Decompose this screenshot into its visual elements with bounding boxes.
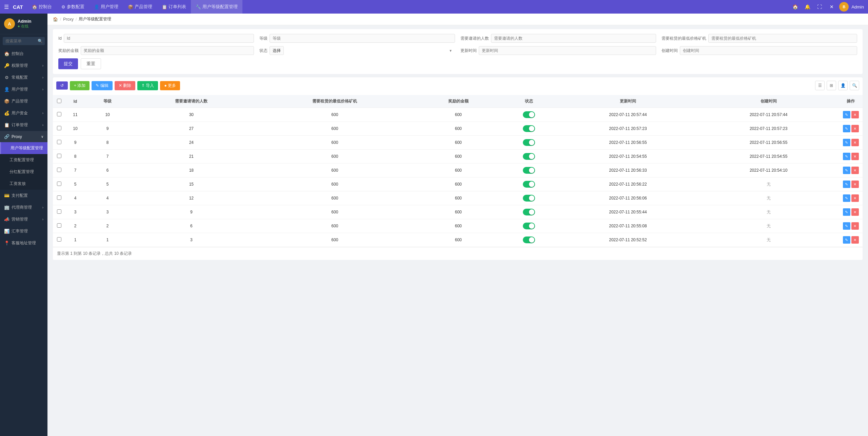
nav-item-products[interactable]: 📦 产品管理 [123, 0, 157, 14]
edit-row-button[interactable]: ✎ [843, 194, 850, 202]
table-view-grid-icon[interactable]: ⊞ [827, 81, 836, 90]
add-button[interactable]: + 添加 [70, 81, 90, 90]
filter-id-input[interactable] [64, 34, 254, 43]
nav-item-params[interactable]: ⚙ 参数配置 [57, 0, 89, 14]
column-settings-icon[interactable]: 👤 [838, 81, 848, 90]
status-toggle[interactable] [523, 209, 535, 215]
delete-row-button[interactable]: ✕ [851, 181, 859, 188]
status-toggle[interactable] [523, 125, 535, 132]
status-toggle[interactable] [523, 139, 535, 146]
delete-row-button[interactable]: ✕ [851, 111, 859, 118]
sidebar-item-payment-config[interactable]: 💳 支付配置 [0, 190, 47, 202]
sidebar-item-wage-pay[interactable]: 工资发放 [0, 178, 47, 190]
filter-create-input[interactable] [680, 46, 857, 55]
table-search-icon[interactable]: 🔍 [850, 81, 859, 90]
filter-reward-input[interactable] [81, 46, 254, 55]
delete-row-button[interactable]: ✕ [851, 153, 859, 160]
nav-item-dashboard[interactable]: 🏠 控制台 [27, 0, 57, 14]
sidebar-item-bank[interactable]: 📊 汇率管理 [0, 225, 47, 237]
edit-row-button[interactable]: ✎ [843, 153, 850, 160]
edit-row-button[interactable]: ✎ [843, 125, 850, 132]
delete-row-button[interactable]: ✕ [851, 208, 859, 216]
row-checkbox[interactable] [57, 237, 61, 242]
delete-row-button[interactable]: ✕ [851, 194, 859, 202]
status-toggle[interactable] [523, 195, 535, 202]
row-reward: 600 [416, 108, 500, 122]
delete-row-button[interactable]: ✕ [851, 167, 859, 174]
row-checkbox[interactable] [57, 182, 61, 186]
delete-row-button[interactable]: ✕ [851, 222, 859, 230]
nav-item-users[interactable]: 👤 用户管理 [89, 0, 123, 14]
row-status [500, 219, 557, 233]
row-checkbox[interactable] [57, 140, 61, 144]
sidebar-item-order[interactable]: 📋 订单管理 › [0, 119, 47, 131]
row-checkbox[interactable] [57, 112, 61, 116]
search-icon[interactable]: 🔍 [38, 39, 43, 43]
row-level: 10 [85, 108, 130, 122]
status-toggle[interactable] [523, 181, 535, 188]
sidebar-item-normal-config[interactable]: ⚙ 常规配置 › [0, 72, 47, 83]
sidebar-item-worker-config[interactable]: 工资配置管理 [0, 154, 47, 166]
sidebar-item-dashboard[interactable]: 🏠 控制台 [0, 48, 47, 60]
filter-update-input[interactable] [479, 46, 656, 55]
refresh-button[interactable]: ↺ [56, 81, 68, 90]
row-checkbox[interactable] [57, 168, 61, 172]
row-status [500, 191, 557, 205]
row-action: ✎ ✕ [839, 150, 863, 164]
import-button[interactable]: ⇑ 导入 [137, 81, 158, 90]
nav-item-user-level-config[interactable]: 🔧 用户等级配置管理 [191, 0, 242, 14]
sidebar-item-agent[interactable]: 🏢 代理商管理 › [0, 202, 47, 213]
filter-reset-button[interactable]: 重置 [81, 58, 101, 69]
more-button[interactable]: ● 更多 [160, 81, 180, 90]
sidebar-item-proxy[interactable]: 🔗 Proxy ∨ [0, 131, 47, 142]
fullscreen-icon[interactable]: ⛶ [815, 2, 824, 12]
sidebar-item-marketing[interactable]: 📣 营销管理 › [0, 213, 47, 225]
status-toggle[interactable] [523, 153, 535, 160]
status-toggle[interactable] [523, 236, 535, 243]
filter-miner-input[interactable] [708, 34, 857, 43]
edit-row-button[interactable]: ✎ [843, 181, 850, 188]
sidebar-item-user-funds[interactable]: 💰 用户资金 › [0, 107, 47, 119]
table-row: 1 1 3 600 600 2022-07-11 20:52:52 无 ✎ ✕ [53, 233, 863, 247]
home-nav-icon[interactable]: 🏠 [790, 2, 800, 12]
sidebar-item-distribution-config[interactable]: 分红配置管理 [0, 166, 47, 178]
row-checkbox-cell [53, 164, 65, 177]
row-checkbox[interactable] [57, 126, 61, 130]
delete-row-button[interactable]: ✕ [851, 236, 859, 244]
status-toggle[interactable] [523, 223, 535, 229]
breadcrumb-proxy[interactable]: Proxy [63, 17, 74, 22]
filter-submit-button[interactable]: 提交 [58, 58, 78, 69]
row-checkbox[interactable] [57, 209, 61, 214]
select-all-checkbox[interactable] [57, 99, 61, 103]
sidebar-item-user-level-config[interactable]: 用户等级配置管理 [0, 142, 47, 154]
row-checkbox[interactable] [57, 154, 61, 158]
filter-level-input[interactable] [270, 34, 455, 43]
sidebar-item-product[interactable]: 📦 产品管理 [0, 95, 47, 107]
edit-row-button[interactable]: ✎ [843, 139, 850, 146]
main-layout: A Admin ● 在线 🔍 🏠 控制台 🔑 权限管理 › ⚙ 常规配置 [0, 14, 868, 436]
sidebar-item-customer-addr[interactable]: 📍 客服地址管理 [0, 237, 47, 249]
edit-button[interactable]: ✎ 编辑 [92, 81, 112, 90]
row-checkbox[interactable] [57, 223, 61, 228]
bell-icon[interactable]: 🔔 [803, 2, 812, 12]
row-checkbox[interactable] [57, 195, 61, 200]
status-toggle[interactable] [523, 167, 535, 174]
edit-row-button[interactable]: ✎ [843, 111, 850, 118]
delete-row-button[interactable]: ✕ [851, 139, 859, 146]
edit-row-button[interactable]: ✎ [843, 208, 850, 216]
edit-row-button[interactable]: ✎ [843, 222, 850, 230]
filter-invite-input[interactable] [491, 34, 656, 43]
close-icon[interactable]: ✕ [827, 2, 836, 12]
delete-row-button[interactable]: ✕ [851, 125, 859, 132]
delete-button[interactable]: ✕ 删除 [115, 81, 135, 90]
sidebar-item-user-manage[interactable]: 👤 用户管理 › [0, 83, 47, 95]
edit-row-button[interactable]: ✎ [843, 167, 850, 174]
edit-row-button[interactable]: ✎ [843, 236, 850, 244]
filter-status-select[interactable]: 选择 启用 禁用 [270, 46, 284, 55]
status-toggle[interactable] [523, 111, 535, 118]
sidebar-item-permission[interactable]: 🔑 权限管理 › [0, 60, 47, 72]
chevron-right-icon: › [42, 88, 43, 91]
nav-item-orders[interactable]: 📋 订单列表 [157, 0, 191, 14]
table-view-list-icon[interactable]: ☰ [815, 81, 825, 90]
hamburger-icon[interactable]: ☰ [4, 4, 9, 10]
